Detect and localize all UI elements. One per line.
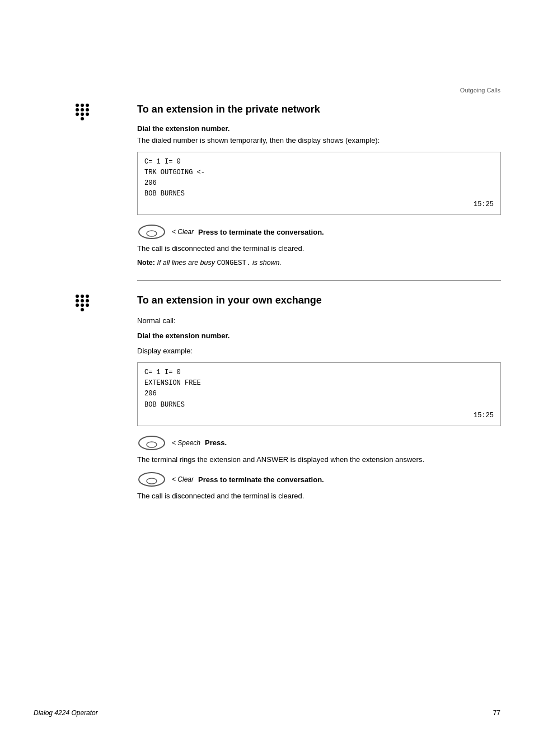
clear-step-label-wrap: Press to terminate the conversation.: [198, 475, 324, 484]
display1-time: 15:25: [144, 199, 494, 210]
clear-step-desc: The call is disconnected and the termina…: [137, 491, 501, 502]
display2-line1: C= 1 I= 0: [144, 367, 494, 378]
display1-line1: C= 1 I= 0: [144, 157, 494, 167]
speech-button-row: < Speech Press.: [137, 435, 501, 451]
section1-step1-desc: The dialed number is shown temporarily, …: [137, 135, 501, 146]
footer-left: Dialog 4224 Operator: [34, 709, 98, 717]
display-box-1: C= 1 I= 0 TRK OUTGOING <- 206 BOB BURNES…: [137, 152, 501, 216]
section-label: Outgoing Calls: [460, 87, 500, 94]
speech-step-label-wrap: Press.: [205, 438, 227, 447]
speech-step-desc: The terminal rings the extension and ANS…: [137, 454, 501, 465]
section-own-exchange: To an extension in your own exchange Nor…: [137, 295, 501, 502]
clear-button-label-1: < Clear: [172, 228, 194, 236]
phone-dots-icon-2: [76, 295, 90, 311]
section1-step1-label: Dial the extension number.: [137, 124, 501, 133]
section2-step1-label: Dial the extension number.: [137, 332, 501, 340]
display2-time: 15:25: [144, 410, 494, 421]
speech-step-label: Press.: [205, 438, 227, 447]
display-box-2: C= 1 I= 0 EXTENSION FREE 206 BOB BURNES …: [137, 362, 501, 426]
note-prefix: Note:: [137, 259, 155, 267]
section1-note: Note: If all lines are busy CONGEST. is …: [137, 259, 501, 267]
clear-button-icon-1: [137, 224, 166, 240]
speech-button-icon: [137, 435, 166, 451]
display1-line2: TRK OUTGOING <-: [144, 167, 494, 178]
display2-line4: BOB BURNES: [144, 400, 494, 410]
phone-dots-icon-1: [76, 104, 90, 120]
footer-right: 77: [493, 709, 500, 717]
section2-normal-call: Normal call:: [137, 315, 501, 326]
display1-line4: BOB BURNES: [144, 189, 494, 199]
clear-button-label-2: < Clear: [172, 475, 194, 483]
page-footer: Dialog 4224 Operator 77: [34, 709, 500, 717]
speech-button-label: < Speech: [172, 439, 200, 447]
section1-title: To an extension in the private network: [137, 104, 501, 115]
note-suffix: is shown.: [252, 259, 282, 267]
section2-title: To an extension in your own exchange: [137, 295, 501, 306]
section-private-network: To an extension in the private network D…: [137, 104, 501, 267]
display1-line3: 206: [144, 178, 494, 189]
section1-step2-label: Press to terminate the conversation.: [198, 228, 324, 236]
section2-display-example-label: Display example:: [137, 346, 501, 357]
svg-point-3: [147, 442, 157, 447]
section1-step2-desc: The call is disconnected and the termina…: [137, 243, 501, 254]
clear-button-row-2: < Clear Press to terminate the conversat…: [137, 472, 501, 487]
note-code: CONGEST.: [217, 259, 250, 267]
note-italic: If all lines are busy: [157, 259, 217, 267]
clear-step-label: Press to terminate the conversation.: [198, 475, 324, 484]
section-divider: [137, 281, 501, 281]
section1-step2-label-wrap: Press to terminate the conversation.: [198, 228, 324, 236]
display2-line3: 206: [144, 389, 494, 399]
clear-button-icon-2: [137, 472, 166, 487]
clear-button-row-1: < Clear Press to terminate the conversat…: [137, 224, 501, 240]
svg-point-5: [147, 478, 157, 484]
display2-line2: EXTENSION FREE: [144, 378, 494, 389]
svg-point-1: [147, 231, 157, 236]
